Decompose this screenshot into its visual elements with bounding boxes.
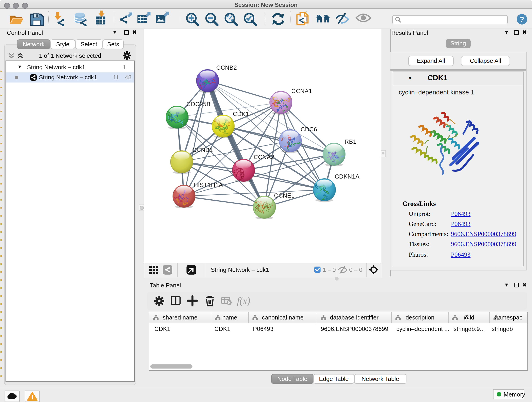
svg-text:CDKN1A: CDKN1A bbox=[335, 173, 360, 180]
svg-text:CCNA1: CCNA1 bbox=[291, 88, 312, 95]
svg-text:CCNB1: CCNB1 bbox=[192, 147, 213, 153]
svg-text:CCNA2: CCNA2 bbox=[254, 153, 274, 160]
svg-text:?: ? bbox=[520, 15, 524, 23]
svg-text:CDC6: CDC6 bbox=[301, 126, 317, 133]
svg-text:CDC25B: CDC25B bbox=[186, 101, 210, 108]
svg-text:CCNB2: CCNB2 bbox=[216, 64, 237, 71]
svg-text:f(x): f(x) bbox=[237, 295, 250, 306]
svg-text:CDK1: CDK1 bbox=[233, 110, 249, 117]
svg-text:HIST1H1A: HIST1H1A bbox=[194, 182, 223, 188]
svg-text:RB1: RB1 bbox=[345, 138, 356, 145]
svg-text:CCNE1: CCNE1 bbox=[274, 192, 295, 199]
